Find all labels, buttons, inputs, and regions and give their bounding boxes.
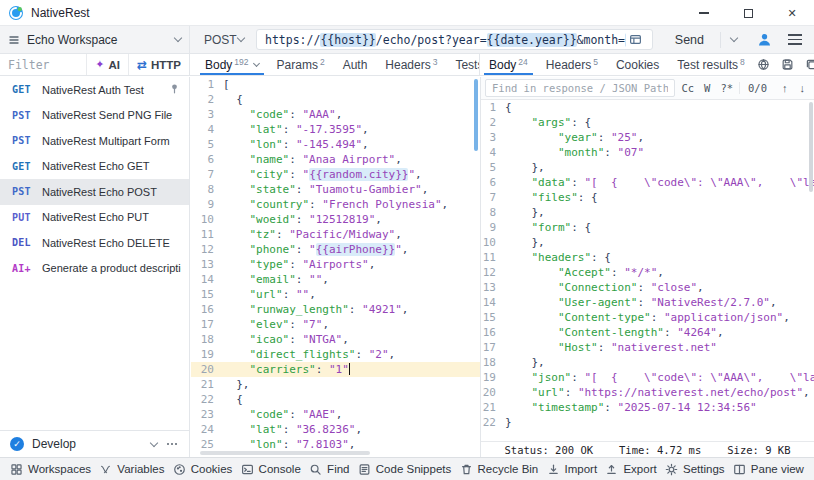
request-body-editor[interactable]: 1[2 {3 "code": "AAA",4 "lat": "-17.3595"… xyxy=(191,77,480,457)
line-number: 16 xyxy=(191,302,223,317)
code-text: }, xyxy=(505,235,545,250)
request-list-item[interactable]: PUTNativeRest Echo PUT xyxy=(0,205,189,231)
tab-label: Params xyxy=(277,58,318,72)
send-options-button[interactable] xyxy=(720,32,747,48)
response-tab-cookies[interactable]: Cookies xyxy=(607,54,668,75)
request-list-item[interactable]: GETNativeRest Echo GET xyxy=(0,154,189,180)
tab-label: Test results xyxy=(677,58,738,72)
environment-selector[interactable]: ✓ Develop xyxy=(0,430,189,457)
code-line: 6 "name": "Anaa Airport", xyxy=(191,152,480,167)
bottom-toolbar-code-snippets[interactable]: Code Snippets xyxy=(358,463,451,476)
code-snippets-icon xyxy=(358,463,371,476)
bottom-toolbar-cookies[interactable]: Cookies xyxy=(173,463,233,476)
response-status-bar: Status: 200 OK Time: 4.72 ms Size: 9 KB xyxy=(481,441,814,457)
filter-input[interactable] xyxy=(0,54,86,75)
more-options-icon[interactable] xyxy=(165,442,179,446)
request-item-label: NativeRest Send PNG File xyxy=(42,109,181,121)
response-tab-headers[interactable]: Headers5 xyxy=(537,54,607,75)
request-editor-hscrollbar[interactable] xyxy=(200,451,370,455)
request-list-item[interactable]: PSTNativeRest Echo POST xyxy=(0,179,189,205)
request-list-item[interactable]: DELNativeRest Echo DELETE xyxy=(0,230,189,256)
match-case-button[interactable]: Cc xyxy=(677,82,698,94)
code-text: } xyxy=(505,415,512,430)
whole-word-button[interactable]: W xyxy=(700,82,714,94)
line-number: 16 xyxy=(481,325,505,340)
find-in-response-input[interactable] xyxy=(485,79,675,97)
bottom-toolbar-workspaces[interactable]: Workspaces xyxy=(10,463,91,476)
line-number: 5 xyxy=(191,137,223,152)
code-line: 13 "Connection": "close", xyxy=(481,280,814,295)
code-text: "carriers": "1" xyxy=(223,362,350,377)
bottom-toolbar-settings[interactable]: Settings xyxy=(665,463,725,476)
request-tabs: Body192Params2AuthHeaders3Tests8 xyxy=(190,54,480,75)
bottom-toolbar-pane-view[interactable]: Pane view xyxy=(733,463,804,476)
response-body-viewer[interactable]: 1{2 "args": {3 "year": "25",4 "month": "… xyxy=(481,100,814,441)
find-previous-icon[interactable]: ↑ xyxy=(777,82,793,94)
request-list-item[interactable]: PSTNativeRest Multipart Form xyxy=(0,128,189,154)
line-number: 2 xyxy=(191,92,223,107)
code-line: 17 "Host": "nativerest.net" xyxy=(481,340,814,355)
request-list-item[interactable]: GETNativeRest Auth Test xyxy=(0,77,189,103)
hamburger-menu-icon[interactable] xyxy=(782,34,814,45)
tab-count-badge: 192 xyxy=(234,57,248,67)
request-tab-body[interactable]: Body192 xyxy=(196,54,268,75)
account-button[interactable] xyxy=(747,32,782,47)
http-button[interactable]: ⇄ HTTP xyxy=(128,54,189,75)
bottom-toolbar-find[interactable]: Find xyxy=(309,463,349,476)
code-line: 1{ xyxy=(481,100,814,115)
code-line: 13 "type": "Airports", xyxy=(191,257,480,272)
code-line: 2 "args": { xyxy=(481,115,814,130)
line-number: 22 xyxy=(481,415,505,430)
request-tab-auth[interactable]: Auth xyxy=(334,54,377,75)
url-input[interactable]: https://{{host}}/echo/post?year={{date.y… xyxy=(256,29,653,50)
variables-panel-icon[interactable] xyxy=(626,31,646,49)
code-text: "year": "25", xyxy=(505,130,644,145)
regex-button[interactable]: ?* xyxy=(716,82,737,94)
line-number: 9 xyxy=(481,220,505,235)
code-line: 14 "User-agent": "NativeRest/2.7.0", xyxy=(481,295,814,310)
code-text: "city": "{{random.city}}", xyxy=(223,167,422,182)
bottom-toolbar-variables[interactable]: Variables xyxy=(99,463,164,476)
recycle-bin-icon xyxy=(460,463,473,476)
browser-preview-icon[interactable] xyxy=(754,56,774,74)
line-number: 2 xyxy=(481,115,505,130)
bottom-toolbar-export[interactable]: Export xyxy=(605,463,656,476)
variables-icon xyxy=(99,463,112,476)
maximize-icon[interactable] xyxy=(726,0,770,26)
request-tab-params[interactable]: Params2 xyxy=(268,54,334,75)
method-value: POST xyxy=(204,33,237,47)
request-editor-scrollbar[interactable] xyxy=(474,79,478,151)
save-response-icon[interactable] xyxy=(778,56,798,74)
response-tabs: Body24Headers5CookiesTest results8 xyxy=(480,54,754,75)
copy-response-icon[interactable] xyxy=(802,56,814,74)
response-tab-test-results[interactable]: Test results8 xyxy=(668,54,753,75)
line-number: 24 xyxy=(191,422,223,437)
response-tab-body[interactable]: Body24 xyxy=(480,54,537,75)
tab-label: Headers xyxy=(546,58,591,72)
bottom-toolbar-recycle-bin[interactable]: Recycle Bin xyxy=(460,463,539,476)
toolbar-item-label: Variables xyxy=(117,463,164,475)
bottom-toolbar-console[interactable]: Console xyxy=(241,463,301,476)
method-selector[interactable]: POST xyxy=(190,26,254,53)
workspace-selector[interactable]: Echo Workspace xyxy=(0,26,190,53)
request-list-sidebar: GETNativeRest Auth TestPSTNativeRest Sen… xyxy=(0,77,190,457)
code-text: "month": "07" xyxy=(505,145,644,160)
bottom-toolbar-import[interactable]: Import xyxy=(547,463,598,476)
ai-button[interactable]: ✦ AI xyxy=(86,54,128,75)
code-line: 8 }, xyxy=(481,205,814,220)
request-tab-tests[interactable]: Tests8 xyxy=(446,54,480,75)
line-number: 6 xyxy=(481,175,505,190)
request-list-item[interactable]: PSTNativeRest Send PNG File xyxy=(0,103,189,129)
find-next-icon[interactable]: ↓ xyxy=(795,82,811,94)
code-line: 10 "woeid": "12512819", xyxy=(191,212,480,227)
request-method-badge: PST xyxy=(12,186,42,197)
tab-count-badge: 24 xyxy=(518,57,527,67)
response-viewer-scrollbar[interactable] xyxy=(809,102,813,192)
toolbar-item-label: Recycle Bin xyxy=(478,463,539,475)
code-line: 20 "carriers": "1" xyxy=(191,362,480,377)
request-list-item[interactable]: AI+Generate a product description xyxy=(0,256,189,282)
request-tab-headers[interactable]: Headers3 xyxy=(376,54,446,75)
minimize-icon[interactable] xyxy=(682,0,726,26)
close-icon[interactable] xyxy=(770,0,814,26)
send-button[interactable]: Send xyxy=(655,26,720,53)
